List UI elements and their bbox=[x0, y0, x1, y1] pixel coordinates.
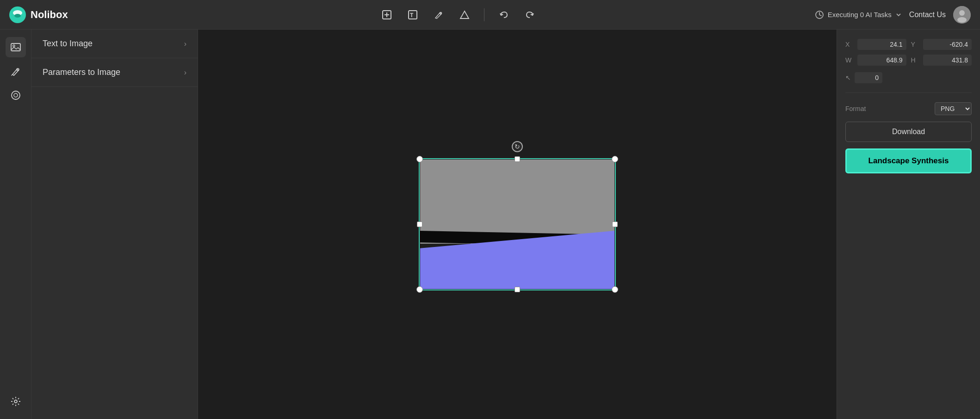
tool-panel: Text to Image › Parameters to Image › bbox=[31, 30, 198, 419]
logo-icon bbox=[9, 6, 26, 23]
sidebar-item-paint[interactable] bbox=[6, 61, 26, 81]
main-layout: Text to Image › Parameters to Image › bbox=[0, 30, 980, 419]
image-gray-portion bbox=[420, 160, 614, 244]
clock-icon bbox=[815, 10, 824, 19]
svg-point-15 bbox=[13, 45, 15, 47]
header-tools: T bbox=[111, 5, 806, 25]
svg-point-12 bbox=[959, 10, 965, 16]
coord-h: H 431.8 bbox=[911, 55, 972, 66]
svg-point-2 bbox=[14, 14, 21, 18]
sidebar-item-settings[interactable] bbox=[6, 391, 26, 412]
rotation-row: ↖ 0 bbox=[845, 72, 972, 83]
text-tool-btn[interactable]: T bbox=[403, 5, 423, 25]
header: Nolibox T bbox=[0, 0, 980, 30]
rotation-value[interactable]: 0 bbox=[855, 72, 882, 83]
landscape-synthesis-button[interactable]: Landscape Synthesis bbox=[845, 148, 972, 173]
y-label: Y bbox=[911, 41, 919, 48]
svg-text:T: T bbox=[410, 12, 414, 18]
svg-rect-14 bbox=[11, 43, 20, 51]
rotate-handle[interactable] bbox=[512, 141, 523, 152]
image-icon bbox=[10, 42, 21, 53]
format-row: Format PNG JPG SVG WEBP bbox=[845, 102, 972, 115]
coord-w: W 648.9 bbox=[845, 55, 906, 66]
rotation-label: ↖ bbox=[845, 74, 851, 81]
icon-sidebar bbox=[0, 30, 31, 419]
x-label: X bbox=[845, 41, 854, 48]
w-value[interactable]: 648.9 bbox=[857, 55, 906, 66]
paint-icon bbox=[10, 66, 21, 77]
sidebar-item-image[interactable] bbox=[6, 37, 26, 57]
text-to-image-label: Text to Image bbox=[43, 39, 93, 49]
svg-point-19 bbox=[14, 400, 17, 403]
format-select[interactable]: PNG JPG SVG WEBP bbox=[935, 102, 972, 115]
svg-marker-9 bbox=[460, 11, 469, 18]
chevron-down-icon bbox=[895, 12, 902, 18]
divider-1 bbox=[845, 92, 972, 93]
add-tool-btn[interactable] bbox=[377, 5, 397, 25]
coord-y: Y -620.4 bbox=[911, 39, 972, 50]
tool-item-text-to-image[interactable]: Text to Image › bbox=[31, 30, 198, 58]
x-value[interactable]: 24.1 bbox=[857, 39, 906, 50]
settings-icon bbox=[10, 396, 21, 407]
svg-point-13 bbox=[957, 17, 967, 23]
brush-tool-btn[interactable] bbox=[428, 5, 449, 25]
undo-btn[interactable] bbox=[494, 5, 514, 25]
app-name: Nolibox bbox=[31, 9, 68, 21]
canvas-image-content bbox=[420, 160, 614, 289]
logo-area: Nolibox bbox=[9, 6, 102, 23]
sidebar-item-circle[interactable] bbox=[6, 85, 26, 105]
chevron-right-icon-1: › bbox=[184, 40, 186, 48]
format-label: Format bbox=[845, 105, 866, 112]
canvas-element[interactable] bbox=[420, 160, 614, 289]
w-label: W bbox=[845, 56, 854, 64]
right-panel: X 24.1 Y -620.4 W 648.9 H 431.8 ↖ 0 Form… bbox=[837, 30, 980, 419]
coord-x: X 24.1 bbox=[845, 39, 906, 50]
download-button[interactable]: Download bbox=[845, 122, 972, 142]
coords-grid: X 24.1 Y -620.4 W 648.9 H 431.8 bbox=[845, 39, 972, 66]
svg-point-18 bbox=[14, 93, 18, 97]
y-value[interactable]: -620.4 bbox=[923, 39, 972, 50]
h-value[interactable]: 431.8 bbox=[923, 55, 972, 66]
tool-item-params-to-image[interactable]: Parameters to Image › bbox=[31, 58, 198, 87]
h-label: H bbox=[911, 56, 919, 64]
tool-separator bbox=[484, 8, 484, 21]
contact-us-btn[interactable]: Contact Us bbox=[909, 11, 946, 19]
shape-tool-btn[interactable] bbox=[454, 5, 475, 25]
executing-text: Executing 0 AI Tasks bbox=[828, 11, 892, 18]
redo-btn[interactable] bbox=[520, 5, 540, 25]
executing-badge[interactable]: Executing 0 AI Tasks bbox=[815, 10, 902, 19]
params-to-image-label: Parameters to Image bbox=[43, 68, 120, 77]
header-right: Executing 0 AI Tasks Contact Us bbox=[815, 6, 971, 24]
canvas-area[interactable] bbox=[198, 30, 837, 419]
chevron-right-icon-2: › bbox=[184, 68, 186, 77]
svg-point-17 bbox=[12, 91, 20, 99]
circle-tool-icon bbox=[10, 90, 21, 101]
avatar[interactable] bbox=[953, 6, 971, 24]
